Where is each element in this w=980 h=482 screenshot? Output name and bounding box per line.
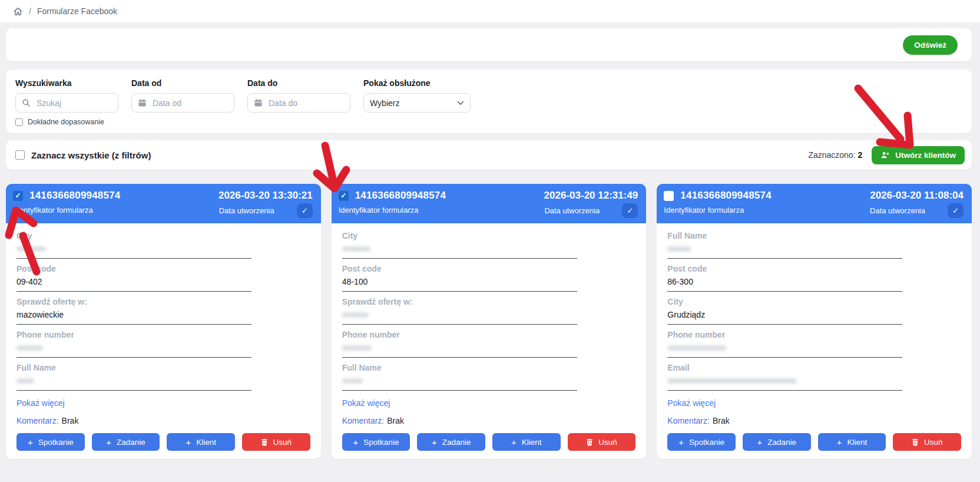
- filters-panel: Wyszukiwarka Dokładne dopasowanie Data o…: [6, 70, 972, 133]
- card-action-button[interactable]: + Zadanie: [743, 433, 811, 451]
- created-at-caption: Data utworzenia: [870, 206, 925, 215]
- card-action-button[interactable]: Usuń: [893, 433, 961, 451]
- form-card: ✓ 1416366809948574 Identyfikator formula…: [332, 184, 647, 459]
- home-icon[interactable]: [13, 6, 23, 16]
- field-value: 48-100: [342, 276, 636, 288]
- field-divider: [667, 291, 902, 292]
- form-field: City: [342, 231, 636, 259]
- action-label: Zadanie: [442, 438, 471, 447]
- date-from-label: Data od: [131, 78, 234, 88]
- form-id: 1416366809948574: [29, 190, 120, 202]
- field-label: Sprawdź ofertę w:: [342, 297, 636, 307]
- handled-toggle[interactable]: ✓: [948, 203, 964, 218]
- card-action-button[interactable]: + Klient: [818, 433, 886, 451]
- plus-icon: +: [28, 438, 33, 447]
- plus-icon: +: [353, 438, 359, 447]
- refresh-button[interactable]: Odśwież: [903, 35, 958, 55]
- field-value: 86-300: [667, 276, 961, 288]
- handled-toggle[interactable]: ✓: [622, 203, 638, 218]
- calendar-icon: [254, 98, 263, 107]
- action-label: Zadanie: [767, 438, 796, 447]
- plus-icon: +: [678, 438, 684, 447]
- redacted-value: [342, 345, 372, 351]
- card-select-checkbox[interactable]: ✓: [339, 191, 349, 201]
- form-field: City: [16, 231, 310, 259]
- field-value: mazowieckie: [16, 309, 310, 321]
- card-action-button[interactable]: + Spotkanie: [667, 433, 736, 451]
- form-id-caption: Identyfikator formularza: [339, 206, 446, 214]
- selected-count: Zaznaczono: 2: [808, 150, 862, 160]
- handled-filter-group: Pokaż obsłużone Wybierz: [363, 78, 471, 113]
- redacted-value: [16, 246, 46, 252]
- action-label: Spotkanie: [38, 438, 74, 447]
- search-icon: [22, 98, 31, 107]
- field-divider: [16, 258, 251, 259]
- search-input[interactable]: [35, 98, 112, 108]
- card-action-button[interactable]: + Zadanie: [417, 433, 485, 451]
- field-divider: [342, 291, 577, 292]
- select-all-checkbox[interactable]: [15, 150, 25, 160]
- refresh-panel: Odśwież: [6, 28, 972, 61]
- form-field: Phone number: [342, 330, 636, 358]
- redacted-value: [342, 378, 363, 384]
- handled-select-value: Wybierz: [370, 98, 399, 108]
- form-card-header: 1416366809948574 Identyfikator formularz…: [657, 184, 972, 223]
- trash-icon: [586, 438, 593, 446]
- card-action-button[interactable]: + Spotkanie: [342, 433, 410, 451]
- form-card-body: City Post code 48-100 Sprawdź ofertę w: …: [332, 223, 647, 459]
- created-at: 2026-03-20 13:30:21: [218, 190, 313, 202]
- form-field: City Grudziądz: [667, 297, 961, 325]
- plus-icon: +: [432, 438, 437, 447]
- handled-select[interactable]: Wybierz: [363, 93, 471, 113]
- card-actions: + Spotkanie + Zadanie + Klient Usuń: [16, 433, 310, 451]
- card-action-button[interactable]: Usuń: [568, 433, 636, 451]
- search-label: Wyszukiwarka: [15, 78, 118, 88]
- date-to-input[interactable]: [267, 98, 344, 108]
- select-all-row: Zaznacz wszystkie (z filtrów): [15, 150, 151, 160]
- create-clients-button[interactable]: Utwórz klientów: [872, 146, 965, 164]
- show-more-link[interactable]: Pokaż więcej: [342, 398, 390, 408]
- exact-match-label: Dokładne dopasowanie: [28, 118, 104, 126]
- form-id-caption: Identyfikator formularza: [664, 206, 771, 214]
- action-label: Spotkanie: [689, 438, 724, 447]
- field-divider: [667, 258, 902, 259]
- field-label: Phone number: [342, 330, 636, 340]
- field-divider: [16, 390, 251, 391]
- show-more-link[interactable]: Pokaż więcej: [667, 398, 716, 408]
- card-action-button[interactable]: + Klient: [167, 433, 235, 451]
- field-label: City: [342, 231, 636, 241]
- card-action-button[interactable]: + Zadanie: [92, 433, 160, 451]
- field-value: [16, 243, 310, 255]
- field-value: [342, 309, 636, 321]
- handled-toggle[interactable]: ✓: [297, 203, 313, 218]
- card-action-button[interactable]: + Spotkanie: [16, 433, 85, 451]
- card-fields: Full Name Post code 86-300 City Grudziąd…: [667, 231, 961, 391]
- field-divider: [342, 258, 577, 259]
- card-select-checkbox[interactable]: ✓: [13, 191, 23, 201]
- field-label: Post code: [667, 264, 961, 274]
- check-icon: ✓: [952, 206, 959, 215]
- exact-match-checkbox[interactable]: [15, 118, 23, 126]
- plus-icon: +: [106, 438, 111, 447]
- show-more-link[interactable]: Pokaż więcej: [16, 398, 65, 408]
- card-select-checkbox[interactable]: [664, 191, 674, 201]
- chevron-down-icon: [457, 101, 464, 105]
- field-label: Email: [667, 363, 961, 373]
- date-from-group: Data od: [131, 78, 234, 113]
- comment-value: Brak: [62, 416, 79, 425]
- field-divider: [16, 357, 251, 358]
- handled-label: Pokaż obsłużone: [363, 78, 471, 88]
- form-field: Full Name: [16, 363, 310, 391]
- card-action-button[interactable]: + Klient: [492, 433, 561, 451]
- action-label: Zadanie: [117, 438, 145, 447]
- action-label: Spotkanie: [363, 438, 399, 447]
- card-fields: City Post code 48-100 Sprawdź ofertę w: …: [342, 231, 636, 391]
- card-action-button[interactable]: Usuń: [242, 433, 310, 451]
- field-value: [667, 342, 961, 354]
- action-label: Usuń: [924, 438, 943, 447]
- trash-icon: [912, 438, 919, 446]
- field-divider: [667, 324, 902, 325]
- date-from-input[interactable]: [151, 98, 228, 108]
- form-field: Sprawdź ofertę w: mazowieckie: [16, 297, 310, 325]
- action-label: Usuń: [273, 438, 292, 447]
